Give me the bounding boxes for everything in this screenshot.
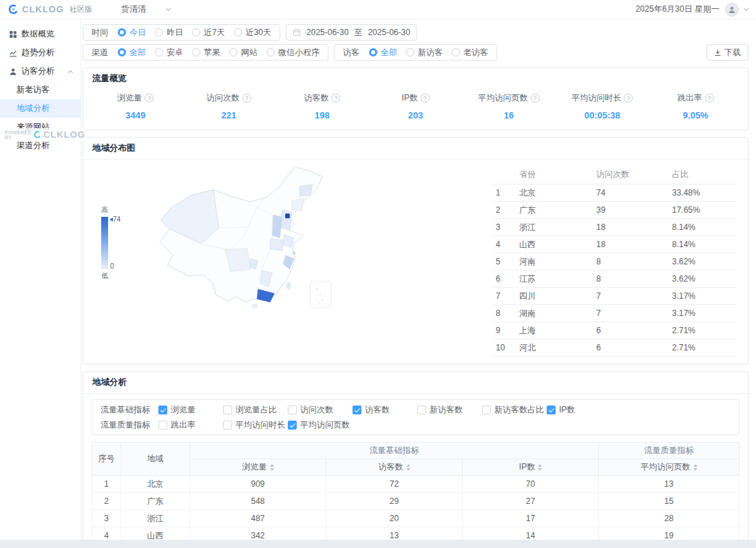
channel-radio-all[interactable]: 全部 (118, 47, 146, 59)
map-table-cell: 7 (594, 288, 669, 305)
province-beijing (285, 214, 289, 218)
project-select[interactable]: 货清清 (121, 3, 170, 15)
sidebar-item-channel-analysis[interactable]: 渠道分析 (0, 136, 81, 155)
help-icon[interactable]: ? (242, 94, 251, 103)
checkbox-new-visitors[interactable]: 新访客数 (417, 404, 482, 416)
sidebar-item-new-old-visitors[interactable]: 新老访客 (0, 81, 81, 99)
logo-text: CLKLOG (22, 4, 64, 14)
date-start-value[interactable]: 2025-06-30 (306, 28, 348, 37)
map-table-row: 7四川73.17% (493, 288, 737, 305)
visitor-radio-all[interactable]: 全部 (369, 47, 397, 59)
help-icon[interactable]: ? (531, 94, 540, 103)
radio-label: 近30天 (246, 27, 271, 39)
checkbox-pageviews[interactable]: 浏览量 (158, 404, 223, 416)
sidebar-item-label: 新老访客 (17, 84, 50, 96)
sidebar-item-visitor-analysis[interactable]: 访客分析 (0, 62, 81, 81)
visitor-filter-label: 访客 (343, 47, 359, 59)
column-label: 浏览量 (242, 461, 267, 473)
download-button[interactable]: 下载 (706, 44, 748, 61)
map-table-cell: 河南 (516, 253, 594, 271)
user-icon (728, 6, 736, 14)
radio-label: 网站 (241, 47, 258, 59)
visitor-radio-new[interactable]: 新访客 (406, 47, 443, 59)
checkbox-ips[interactable]: IP数 (547, 404, 611, 416)
time-radio-today[interactable]: 今日 (118, 27, 146, 39)
sidebar-item-source-website[interactable]: 来源网站 (0, 118, 81, 136)
time-filter-group: 时间 今日 昨日 近7天 近30天 (83, 24, 280, 41)
date-end-value[interactable]: 2025-06-30 (368, 28, 410, 37)
sidebar-item-trend-analysis[interactable]: 趋势分析 (0, 43, 81, 62)
checkbox-label: 访问次数 (300, 404, 333, 416)
region-analysis-card: 地域分析 流量基础指标 浏览量 浏览量占比 访问次数 访客数 新访客数 新访客数… (83, 371, 748, 540)
analysis-table-cell: 北京 (121, 476, 190, 493)
time-radio-7days[interactable]: 近7天 (192, 27, 225, 39)
ips-column-header[interactable]: IP数 (463, 459, 599, 476)
province-column-header: 省份 (516, 165, 594, 185)
map-table-row: 2广东3917.65% (493, 202, 737, 219)
sidebar-item-label: 地域分析 (17, 103, 50, 114)
analysis-table-row: 2广东548292715 (92, 493, 739, 510)
main-content: 时间 今日 昨日 近7天 近30天 2025-06-30 至 2025-06-3… (81, 19, 756, 540)
download-icon (714, 49, 722, 56)
sort-icon[interactable] (406, 464, 410, 471)
map-table-cell: 北京 (516, 185, 594, 202)
analysis-table-row: 4山西342131419 (92, 527, 739, 540)
metric-label: 访客数 (304, 92, 328, 104)
help-icon[interactable]: ? (145, 94, 154, 103)
radio-label: 苹果 (204, 47, 220, 59)
checkbox-new-visitors-share[interactable]: 新访客数占比 (482, 404, 547, 416)
sort-icon[interactable] (538, 464, 542, 471)
channel-radio-wechat-mini[interactable]: 微信小程序 (266, 47, 319, 59)
chevron-up-icon (68, 70, 73, 74)
map-table-cell: 3.17% (669, 288, 737, 305)
chevron-down-icon[interactable] (744, 6, 748, 11)
map-table-cell: 浙江 (516, 219, 594, 236)
checkbox-label: 浏览量占比 (235, 404, 277, 416)
map-table-cell: 4 (493, 236, 516, 253)
china-map[interactable] (125, 162, 493, 357)
radio-icon (406, 48, 414, 56)
card-title: 流量概览 (83, 68, 748, 89)
card-title: 地域分析 (83, 372, 748, 394)
help-icon[interactable]: ? (624, 94, 633, 103)
checkbox-avg-duration[interactable]: 平均访问时长 (223, 419, 288, 431)
avatar[interactable] (725, 3, 739, 17)
map-table-cell: 2.71% (669, 339, 737, 357)
visitor-icon (9, 67, 17, 76)
sort-icon[interactable] (270, 464, 274, 471)
sidebar-item-data-overview[interactable]: 数据概览 (0, 25, 81, 43)
date-range-picker[interactable]: 2025-06-30 至 2025-06-30 (286, 24, 417, 41)
avg-pages-column-header[interactable]: 平均访问页数 (599, 459, 739, 476)
help-icon[interactable]: ? (421, 94, 430, 103)
channel-radio-android[interactable]: 安卓 (155, 47, 183, 59)
visitors-column-header[interactable]: 访客数 (326, 459, 463, 476)
visitor-radio-returning[interactable]: 老访客 (452, 47, 488, 59)
quality-metrics-group-header: 流量质量指标 (599, 443, 739, 459)
channel-radio-ios[interactable]: 苹果 (192, 47, 220, 59)
help-icon[interactable]: ? (705, 94, 714, 103)
radio-label: 今日 (129, 27, 146, 39)
topbar: CLKLOG 社区版 货清清 2025年6月30日 星期一 (0, 0, 756, 19)
analysis-table-cell: 17 (463, 510, 599, 527)
checkbox-bounce-rate[interactable]: 跳出率 (158, 419, 223, 431)
checkbox-visitors[interactable]: 访客数 (353, 404, 417, 416)
checkbox-avg-pages[interactable]: 平均访问页数 (288, 419, 353, 431)
checkbox-pageviews-share[interactable]: 浏览量占比 (223, 404, 288, 416)
pageviews-column-header[interactable]: 浏览量 (190, 459, 326, 476)
sort-icon[interactable] (693, 464, 697, 471)
channel-radio-website[interactable]: 网站 (229, 47, 258, 59)
map-table-cell: 5 (493, 253, 516, 271)
sidebar-item-region-analysis[interactable]: 地域分析 (0, 99, 81, 118)
basic-metrics-row: 流量基础指标 浏览量 浏览量占比 访问次数 访客数 新访客数 新访客数占比 IP… (101, 404, 731, 415)
time-radio-yesterday[interactable]: 昨日 (155, 27, 183, 39)
radio-icon (452, 48, 460, 56)
map-table-row: 5河南83.62% (493, 253, 737, 271)
time-radio-30days[interactable]: 近30天 (234, 27, 271, 39)
map-table-cell: 上海 (516, 322, 594, 339)
analysis-table-cell: 13 (599, 476, 739, 493)
help-icon[interactable]: ? (331, 94, 340, 103)
checkbox-visits[interactable]: 访问次数 (288, 404, 353, 416)
column-label: IP数 (519, 461, 535, 473)
time-filter-row: 时间 今日 昨日 近7天 近30天 2025-06-30 至 2025-06-3… (83, 24, 748, 41)
metric-value: 9.05% (683, 110, 708, 120)
